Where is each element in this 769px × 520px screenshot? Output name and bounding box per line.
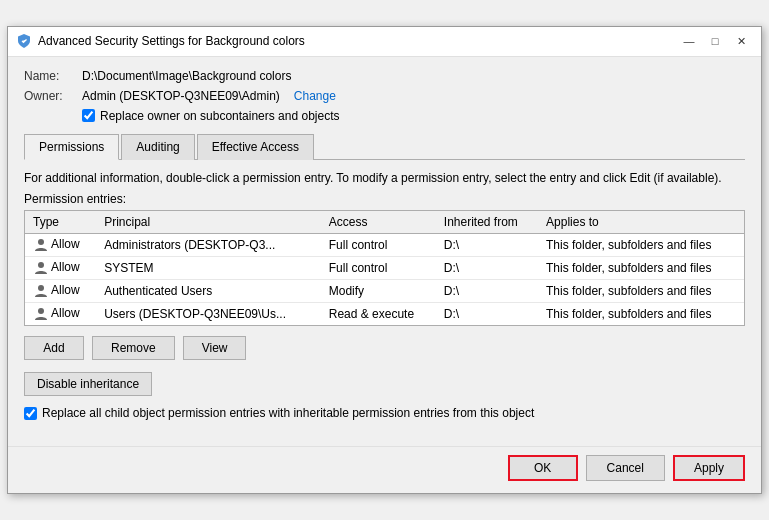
row-inherited-from: D:\ xyxy=(436,257,538,280)
title-buttons: — □ ✕ xyxy=(677,31,753,51)
remove-button[interactable]: Remove xyxy=(92,336,175,360)
replace-owner-checkbox[interactable] xyxy=(82,109,95,122)
title-bar-left: Advanced Security Settings for Backgroun… xyxy=(16,33,305,49)
tabs-container: Permissions Auditing Effective Access xyxy=(24,133,745,160)
maximize-button[interactable]: □ xyxy=(703,31,727,51)
disable-inheritance-button[interactable]: Disable inheritance xyxy=(24,372,152,396)
view-button[interactable]: View xyxy=(183,336,247,360)
row-access: Read & execute xyxy=(321,303,436,326)
user-icon xyxy=(33,237,49,253)
window-title: Advanced Security Settings for Backgroun… xyxy=(38,34,305,48)
row-applies-to: This folder, subfolders and files xyxy=(538,303,744,326)
replace-child-label: Replace all child object permission entr… xyxy=(42,406,534,420)
table-row[interactable]: AllowUsers (DESKTOP-Q3NEE09\Us...Read & … xyxy=(25,303,744,326)
title-bar: Advanced Security Settings for Backgroun… xyxy=(8,27,761,57)
row-principal: SYSTEM xyxy=(96,257,321,280)
table-row[interactable]: AllowAuthenticated UsersModifyD:\This fo… xyxy=(25,280,744,303)
owner-value: Admin (DESKTOP-Q3NEE09\Admin) xyxy=(82,89,280,103)
row-access: Full control xyxy=(321,257,436,280)
main-window: Advanced Security Settings for Backgroun… xyxy=(7,26,762,495)
col-access: Access xyxy=(321,211,436,234)
row-principal: Authenticated Users xyxy=(96,280,321,303)
row-inherited-from: D:\ xyxy=(436,280,538,303)
row-inherited-from: D:\ xyxy=(436,303,538,326)
row-inherited-from: D:\ xyxy=(436,234,538,257)
row-type: Allow xyxy=(51,307,80,321)
shield-icon xyxy=(16,33,32,49)
col-type: Type xyxy=(25,211,96,234)
table-row[interactable]: AllowSYSTEMFull controlD:\This folder, s… xyxy=(25,257,744,280)
description-text: For additional information, double-click… xyxy=(24,170,745,187)
row-principal: Users (DESKTOP-Q3NEE09\Us... xyxy=(96,303,321,326)
footer: OK Cancel Apply xyxy=(8,446,761,493)
row-principal: Administrators (DESKTOP-Q3... xyxy=(96,234,321,257)
permissions-label: Permission entries: xyxy=(24,192,745,206)
permissions-table: Type Principal Access Inherited from App… xyxy=(25,211,744,325)
col-applies: Applies to xyxy=(538,211,744,234)
svg-point-3 xyxy=(38,308,44,314)
table-header-row: Type Principal Access Inherited from App… xyxy=(25,211,744,234)
tab-permissions[interactable]: Permissions xyxy=(24,134,119,160)
tab-effective-access[interactable]: Effective Access xyxy=(197,134,314,160)
col-inherited: Inherited from xyxy=(436,211,538,234)
replace-child-row: Replace all child object permission entr… xyxy=(24,406,745,420)
close-button[interactable]: ✕ xyxy=(729,31,753,51)
owner-row: Owner: Admin (DESKTOP-Q3NEE09\Admin) Cha… xyxy=(24,89,745,103)
user-icon xyxy=(33,306,49,322)
row-access: Full control xyxy=(321,234,436,257)
name-value: D:\Document\Image\Background colors xyxy=(82,69,291,83)
row-access: Modify xyxy=(321,280,436,303)
minimize-button[interactable]: — xyxy=(677,31,701,51)
cancel-button[interactable]: Cancel xyxy=(586,455,665,481)
permissions-table-wrapper: Type Principal Access Inherited from App… xyxy=(24,210,745,326)
add-button[interactable]: Add xyxy=(24,336,84,360)
replace-child-checkbox[interactable] xyxy=(24,407,37,420)
name-label: Name: xyxy=(24,69,74,83)
user-icon xyxy=(33,283,49,299)
ok-button[interactable]: OK xyxy=(508,455,578,481)
row-applies-to: This folder, subfolders and files xyxy=(538,280,744,303)
svg-point-0 xyxy=(38,239,44,245)
replace-owner-label: Replace owner on subcontainers and objec… xyxy=(100,109,339,123)
owner-label: Owner: xyxy=(24,89,74,103)
apply-button[interactable]: Apply xyxy=(673,455,745,481)
row-applies-to: This folder, subfolders and files xyxy=(538,257,744,280)
svg-point-1 xyxy=(38,262,44,268)
replace-owner-row: Replace owner on subcontainers and objec… xyxy=(82,109,745,123)
col-principal: Principal xyxy=(96,211,321,234)
name-row: Name: D:\Document\Image\Background color… xyxy=(24,69,745,83)
row-type: Allow xyxy=(51,238,80,252)
user-icon xyxy=(33,260,49,276)
table-action-buttons: Add Remove View xyxy=(24,336,745,360)
row-applies-to: This folder, subfolders and files xyxy=(538,234,744,257)
svg-point-2 xyxy=(38,285,44,291)
content-area: Name: D:\Document\Image\Background color… xyxy=(8,57,761,447)
row-type: Allow xyxy=(51,261,80,275)
tab-auditing[interactable]: Auditing xyxy=(121,134,194,160)
table-row[interactable]: AllowAdministrators (DESKTOP-Q3...Full c… xyxy=(25,234,744,257)
change-link[interactable]: Change xyxy=(294,89,336,103)
row-type: Allow xyxy=(51,284,80,298)
